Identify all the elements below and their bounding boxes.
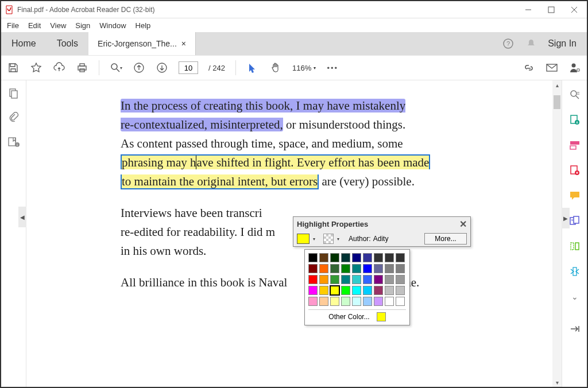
comment-icon[interactable] — [568, 189, 581, 202]
color-swatch[interactable] — [341, 286, 350, 295]
tab-document[interactable]: Eric-Jorgenson_The... × — [88, 32, 196, 55]
color-swatch[interactable] — [308, 275, 318, 284]
zoom-dropdown[interactable]: 116%▾ — [292, 64, 316, 72]
page-up-icon[interactable] — [133, 61, 145, 74]
color-swatch[interactable] — [308, 253, 318, 262]
bell-icon[interactable] — [525, 37, 537, 50]
color-swatch[interactable] — [385, 297, 394, 306]
scroll-down-icon[interactable]: ▾ — [552, 378, 562, 387]
color-swatch[interactable] — [374, 275, 383, 284]
color-swatch[interactable] — [374, 297, 383, 306]
edit-pdf-icon[interactable] — [568, 139, 581, 152]
tab-home[interactable]: Home — [1, 32, 47, 55]
selection-tool-icon[interactable] — [246, 61, 259, 74]
collapse-right-icon[interactable] — [568, 323, 581, 335]
color-swatch[interactable] — [341, 275, 350, 284]
share-link-icon[interactable] — [523, 61, 535, 74]
highlighted-text[interactable]: re-contextualized, misinterpreted, — [121, 118, 283, 131]
search-tool-icon[interactable] — [568, 88, 581, 101]
highlight-properties-popup[interactable]: Highlight Properties ✕ ▾ ▾ Author: Adity… — [293, 216, 471, 247]
search-icon[interactable]: ▾ — [110, 61, 122, 74]
right-panel-toggle[interactable]: ▶ — [562, 208, 570, 228]
color-swatch[interactable] — [385, 264, 394, 273]
tab-tools[interactable]: Tools — [47, 32, 88, 55]
color-swatch[interactable] — [374, 286, 383, 295]
hand-tool-icon[interactable] — [269, 61, 282, 74]
color-picker-panel[interactable]: Other Color... — [304, 249, 410, 325]
email-icon[interactable] — [546, 61, 558, 74]
opacity-button[interactable] — [323, 234, 334, 244]
tab-close-icon[interactable]: × — [181, 39, 186, 48]
attachments-icon[interactable] — [7, 111, 20, 124]
chevron-down-icon[interactable]: ▾ — [312, 236, 316, 242]
color-swatch[interactable] — [352, 297, 361, 306]
color-swatch[interactable] — [396, 253, 405, 262]
menu-sign[interactable]: Sign — [75, 21, 90, 30]
help-icon[interactable]: ? — [502, 37, 514, 50]
scrollbar-thumb[interactable] — [554, 95, 560, 109]
chevron-down-icon[interactable]: ⌄ — [568, 290, 581, 303]
color-swatch[interactable] — [330, 286, 339, 295]
create-pdf-icon[interactable] — [568, 164, 581, 177]
color-swatch[interactable] — [319, 297, 328, 306]
color-swatch[interactable] — [308, 297, 318, 306]
color-swatch[interactable] — [319, 264, 328, 273]
color-swatch[interactable] — [319, 275, 328, 284]
scroll-up-icon[interactable]: ▴ — [552, 80, 562, 90]
color-swatch[interactable] — [319, 286, 328, 295]
chevron-down-icon[interactable]: ▾ — [336, 236, 341, 242]
color-swatch[interactable] — [363, 297, 372, 306]
menu-file[interactable]: File — [7, 21, 19, 30]
more-tools-icon[interactable]: ••• — [326, 61, 339, 74]
color-swatch[interactable] — [374, 253, 383, 262]
star-icon[interactable] — [30, 61, 42, 74]
highlighted-text-selected[interactable]: phrasing may have shifted in flight. Eve… — [121, 154, 430, 169]
color-swatch[interactable] — [363, 275, 372, 284]
left-panel-toggle[interactable]: ◀ — [18, 207, 26, 227]
menu-view[interactable]: View — [50, 21, 66, 30]
color-swatch[interactable] — [352, 264, 361, 273]
color-swatch[interactable] — [341, 264, 350, 273]
color-swatch[interactable] — [363, 264, 372, 273]
color-swatch[interactable] — [319, 253, 328, 262]
menu-window[interactable]: Window — [99, 21, 126, 30]
page-down-icon[interactable] — [156, 61, 168, 74]
cloud-upload-icon[interactable] — [53, 61, 65, 74]
color-swatch[interactable] — [308, 286, 318, 295]
color-swatch[interactable] — [308, 264, 318, 273]
menu-edit[interactable]: Edit — [28, 21, 41, 30]
color-swatch[interactable] — [363, 286, 372, 295]
combine-files-icon[interactable] — [568, 215, 581, 227]
minimize-button[interactable] — [523, 4, 534, 15]
menu-help[interactable]: Help — [136, 21, 151, 30]
color-swatch[interactable] — [330, 297, 339, 306]
page-number-input[interactable] — [179, 61, 198, 74]
color-swatch[interactable] — [374, 264, 383, 273]
color-swatch[interactable] — [330, 253, 339, 262]
color-swatch[interactable] — [352, 286, 361, 295]
color-swatch[interactable] — [352, 253, 361, 262]
color-swatch[interactable] — [352, 275, 361, 284]
organize-icon[interactable] — [568, 240, 581, 253]
maximize-button[interactable] — [546, 4, 557, 15]
highlighted-text[interactable]: In the process of creating this book, I … — [121, 99, 405, 112]
highlighted-text-selected[interactable]: to maintain the original intent, but err… — [121, 174, 319, 189]
color-swatch[interactable] — [396, 297, 405, 306]
color-swatch[interactable] — [330, 264, 339, 273]
color-swatch[interactable] — [396, 275, 405, 284]
vertical-scrollbar[interactable]: ▴ ▾ — [552, 80, 562, 387]
signin-button[interactable]: Sign In — [548, 38, 577, 49]
color-swatch[interactable] — [396, 286, 405, 295]
thumbnails-icon[interactable] — [7, 87, 20, 100]
bookmarks-icon[interactable]: i — [7, 135, 20, 148]
color-swatch[interactable] — [385, 253, 394, 262]
color-swatch[interactable] — [330, 275, 339, 284]
more-button[interactable]: More... — [424, 233, 467, 245]
export-pdf-icon[interactable] — [568, 114, 581, 126]
other-color-button[interactable]: Other Color... — [328, 313, 369, 321]
compress-icon[interactable] — [568, 265, 581, 278]
print-icon[interactable] — [76, 61, 88, 74]
color-swatch[interactable] — [363, 253, 372, 262]
popup-close-icon[interactable]: ✕ — [459, 219, 467, 230]
add-person-icon[interactable] — [568, 61, 581, 74]
